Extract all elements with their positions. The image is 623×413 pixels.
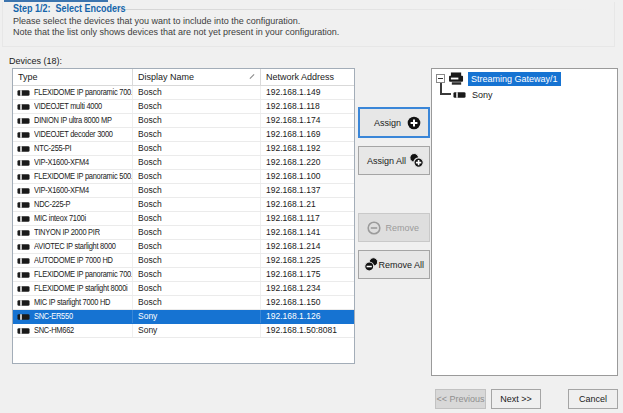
camera-icon xyxy=(17,229,30,237)
device-type: NDC-225-P xyxy=(34,198,70,211)
column-header-network-address[interactable]: Network Address xyxy=(261,69,354,85)
device-row[interactable]: VIDEOJET decoder 3000 Bosch 192.168.1.16… xyxy=(13,128,354,142)
device-network-address: 192.168.1.149 xyxy=(266,87,320,97)
device-type: VIDEOJET multi 4000 xyxy=(34,100,102,113)
device-display-name: Bosch xyxy=(138,255,162,265)
device-row[interactable]: DINION IP ultra 8000 MP Bosch 192.168.1.… xyxy=(13,114,354,128)
device-display-name: Bosch xyxy=(138,171,162,181)
device-display-name: Bosch xyxy=(138,115,162,125)
header-legend-line xyxy=(114,9,594,10)
collapse-icon[interactable] xyxy=(436,74,445,83)
camera-icon xyxy=(17,187,30,195)
device-row[interactable]: VIP-X1600-XFM4 Bosch 192.168.1.137 xyxy=(13,184,354,198)
camera-icon xyxy=(17,215,30,223)
device-type: DINION IP ultra 8000 MP xyxy=(34,114,112,127)
camera-icon xyxy=(17,201,30,209)
device-type: AUTODOME IP 7000 HD xyxy=(34,254,113,267)
tree-item-label: Streaming Gateway/1 xyxy=(468,72,561,86)
camera-icon xyxy=(17,285,30,293)
minus-circle-icon xyxy=(367,221,381,235)
cancel-button[interactable]: Cancel xyxy=(568,389,618,409)
assigned-devices-tree: Streaming Gateway/1 Sony xyxy=(431,68,618,376)
device-network-address: 192.168.1.175 xyxy=(266,269,320,279)
device-network-address: 192.168.1.50:8081 xyxy=(266,325,337,335)
device-row[interactable]: FLEXIDOME IP panoramic 700.. Bosch 192.1… xyxy=(13,268,354,282)
device-row[interactable]: AVIOTEC IP starlight 8000 Bosch 192.168.… xyxy=(13,240,354,254)
camera-icon xyxy=(17,145,30,153)
camera-icon xyxy=(17,173,30,181)
header-accent-line xyxy=(4,0,108,2)
device-display-name: Bosch xyxy=(138,185,162,195)
camera-icon xyxy=(17,159,30,167)
camera-icon xyxy=(17,327,30,335)
device-type: AVIOTEC IP starlight 8000 xyxy=(34,240,116,253)
streaming-gateway-icon xyxy=(448,72,465,86)
device-type: SNC-HM662 xyxy=(34,324,74,337)
device-row[interactable]: VIDEOJET multi 4000 Bosch 192.168.1.118 xyxy=(13,100,354,114)
device-network-address: 192.168.1.234 xyxy=(266,283,320,293)
description-line-1: Please select the devices that you want … xyxy=(13,16,339,27)
camera-icon xyxy=(17,89,30,97)
device-display-name: Bosch xyxy=(138,129,162,139)
column-header-type[interactable]: Type xyxy=(13,69,133,85)
device-display-name: Bosch xyxy=(138,213,162,223)
step-description: Please select the devices that you want … xyxy=(13,16,339,37)
sort-ascending-icon xyxy=(250,74,255,79)
device-row[interactable]: FLEXIDOME IP panoramic 700.. Bosch 192.1… xyxy=(13,86,354,100)
description-line-2: Note that the list only shows devices th… xyxy=(13,27,339,38)
device-network-address: 192.168.1.141 xyxy=(266,227,320,237)
assign-all-button[interactable]: Assign All xyxy=(358,146,430,175)
device-network-address: 192.168.1.225 xyxy=(266,255,320,265)
page-title: Step 1/2: Select Encoders xyxy=(13,3,126,14)
device-row[interactable]: AUTODOME IP 7000 HD Bosch 192.168.1.225 xyxy=(13,254,354,268)
device-row[interactable]: TINYON IP 2000 PIR Bosch 192.168.1.141 xyxy=(13,226,354,240)
device-type: TINYON IP 2000 PIR xyxy=(34,226,100,239)
device-type: SNC-ER550 xyxy=(34,310,73,323)
column-header-display-name[interactable]: Display Name xyxy=(133,69,261,85)
camera-icon xyxy=(17,313,30,321)
remove-button[interactable]: Remove xyxy=(358,213,430,242)
camera-icon xyxy=(17,299,30,307)
device-network-address: 192.168.1.214 xyxy=(266,241,320,251)
device-type: VIP-X1600-XFM4 xyxy=(34,184,89,197)
device-network-address: 192.168.1.169 xyxy=(266,129,320,139)
minus-circles-icon xyxy=(364,257,378,272)
device-row[interactable]: MIC inteox 7100i Bosch 192.168.1.117 xyxy=(13,212,354,226)
tree-connector-horizontal xyxy=(440,93,451,95)
plus-circle-icon xyxy=(407,116,421,130)
device-network-address: 192.168.1.117 xyxy=(266,213,320,223)
device-row[interactable]: NDC-225-P Bosch 192.168.1.21 xyxy=(13,198,354,212)
device-display-name: Sony xyxy=(138,311,157,321)
device-display-name: Bosch xyxy=(138,157,162,167)
device-row[interactable]: FLEXIDOME IP starlight 8000i Bosch 192.1… xyxy=(13,282,354,296)
device-network-address: 192.168.1.192 xyxy=(266,143,320,153)
devices-table-body: FLEXIDOME IP panoramic 700.. Bosch 192.1… xyxy=(13,86,354,338)
camera-icon xyxy=(17,257,30,265)
device-network-address: 192.168.1.126 xyxy=(266,311,320,321)
device-row[interactable]: FLEXIDOME IP panoramic 500.. Bosch 192.1… xyxy=(13,170,354,184)
device-row[interactable]: MIC IP starlight 7000 HD Bosch 192.168.1… xyxy=(13,296,354,310)
plus-circles-icon xyxy=(409,153,424,168)
tree-item-streaming-gateway[interactable]: Streaming Gateway/1 xyxy=(436,71,561,86)
camera-icon xyxy=(17,271,30,279)
devices-table-header: Type Display Name Network Address xyxy=(13,69,354,86)
device-row[interactable]: SNC-ER550 Sony 192.168.1.126 xyxy=(13,310,354,324)
camera-icon xyxy=(453,91,466,99)
device-display-name: Bosch xyxy=(138,199,162,209)
previous-button[interactable]: << Previous xyxy=(435,389,486,409)
device-row[interactable]: VIP-X1600-XFM4 Bosch 192.168.1.220 xyxy=(13,156,354,170)
camera-icon xyxy=(17,117,30,125)
tree-item-sony[interactable]: Sony xyxy=(453,87,493,102)
remove-all-button[interactable]: Remove All xyxy=(358,250,430,279)
camera-icon xyxy=(17,103,30,111)
device-type: FLEXIDOME IP panoramic 500.. xyxy=(34,170,133,183)
device-display-name: Bosch xyxy=(138,227,162,237)
next-button[interactable]: Next >> xyxy=(491,389,541,409)
device-network-address: 192.168.1.174 xyxy=(266,115,320,125)
devices-table: Type Display Name Network Address FLEXID… xyxy=(12,68,355,364)
device-display-name: Bosch xyxy=(138,241,162,251)
device-row[interactable]: SNC-HM662 Sony 192.168.1.50:8081 xyxy=(13,324,354,338)
assign-button[interactable]: Assign xyxy=(358,107,430,138)
device-type: MIC inteox 7100i xyxy=(34,212,86,225)
device-row[interactable]: NTC-255-PI Bosch 192.168.1.192 xyxy=(13,142,354,156)
